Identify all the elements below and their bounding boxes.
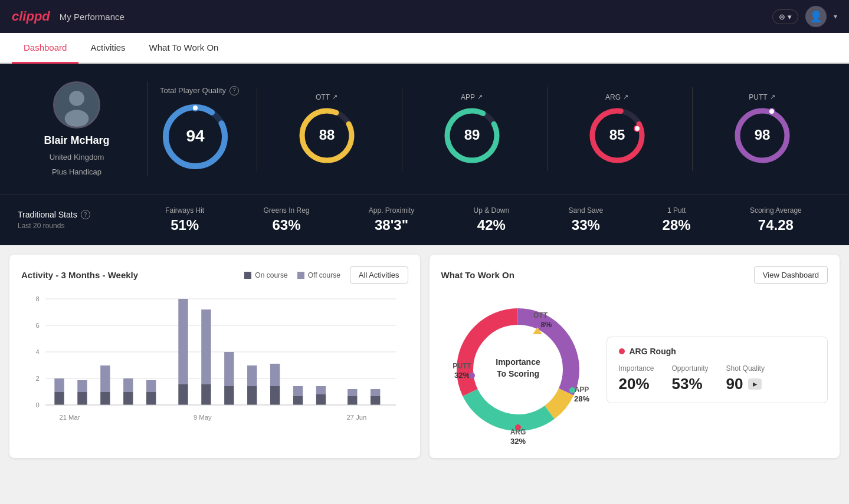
stat-greens-in-reg: Greens In Reg 63% [263, 206, 309, 233]
svg-rect-48 [247, 365, 257, 386]
svg-rect-53 [316, 394, 326, 405]
activity-chart-title: Activity - 3 Months - Weekly [21, 270, 138, 280]
gauge-card-app: APP ↗ 89 [402, 87, 541, 171]
gauge-card-ott: OTT ↗ 88 [257, 87, 396, 171]
svg-rect-36 [100, 365, 110, 392]
add-label: ▾ [788, 12, 792, 21]
avatar[interactable]: 👤 [805, 6, 827, 27]
gauge-card-putt: PUTT ↗ 98 [692, 87, 831, 171]
svg-rect-37 [123, 392, 133, 405]
svg-rect-51 [293, 396, 303, 405]
avatar-icon: 👤 [809, 10, 822, 23]
svg-rect-47 [247, 386, 257, 405]
trad-stats-items: Fairways Hit 51% Greens In Reg 63% App. … [136, 206, 831, 233]
putt-label: PUTT ↗ [749, 93, 775, 101]
donut-svg: Importance To Scoring OTT 8% APP 28% ARG… [441, 293, 595, 446]
player-country: United Kingdom [50, 153, 104, 162]
stat-scoring-average: Scoring Average 74.28 [750, 206, 802, 233]
all-activities-button[interactable]: All Activities [350, 266, 408, 284]
svg-text:32%: 32% [510, 437, 525, 446]
trad-stats-title: Traditional Stats ? [18, 210, 136, 219]
svg-text:21 Mar: 21 Mar [59, 414, 80, 421]
svg-rect-52 [293, 386, 303, 396]
tab-dashboard[interactable]: Dashboard [12, 33, 78, 64]
svg-rect-45 [224, 386, 234, 405]
player-name: Blair McHarg [44, 134, 109, 147]
svg-text:To Scoring: To Scoring [496, 369, 539, 378]
activity-controls: On course Off course All Activities [244, 266, 408, 284]
svg-rect-31 [54, 392, 64, 405]
gauge-card-arg: ARG ↗ 85 [547, 87, 686, 171]
svg-rect-46 [224, 352, 234, 386]
stats-banner: Blair McHarg United Kingdom Plus Handica… [0, 64, 849, 194]
svg-text:98: 98 [754, 127, 770, 143]
svg-text:8%: 8% [540, 320, 552, 329]
svg-rect-40 [146, 380, 156, 392]
activity-card-header: Activity - 3 Months - Weekly On course O… [21, 266, 408, 284]
svg-text:APP: APP [574, 386, 589, 394]
ott-arrow-icon: ↗ [332, 93, 337, 101]
tpq-label: Total Player Quality ? [160, 86, 239, 95]
svg-text:8: 8 [35, 295, 39, 302]
legend-off-course: Off course [297, 271, 340, 279]
svg-rect-55 [348, 396, 357, 405]
svg-text:88: 88 [319, 127, 335, 143]
plus-icon: ⊕ [779, 12, 785, 21]
tpq-help-icon[interactable]: ? [230, 86, 239, 95]
app-arrow-icon: ↗ [477, 93, 483, 101]
svg-rect-33 [77, 392, 87, 405]
gauge-cards: OTT ↗ 88 APP ↗ 89 [257, 87, 831, 171]
shot-quality-stat: Shot Quality 90 ▸ [726, 364, 765, 393]
shot-quality-badge: ▸ [748, 378, 762, 390]
importance-stat: Importance 20% [619, 364, 654, 393]
ott-label: OTT ↗ [316, 93, 337, 101]
wtwo-content: Importance To Scoring OTT 8% APP 28% ARG… [441, 293, 828, 446]
divider-vertical [147, 81, 148, 176]
svg-text:9 May: 9 May [194, 414, 212, 421]
svg-point-78 [515, 424, 521, 430]
player-info: Blair McHarg United Kingdom Plus Handica… [18, 81, 136, 176]
activity-chart-svg: 8 6 4 2 0 [21, 293, 408, 429]
svg-rect-44 [201, 309, 211, 384]
svg-rect-39 [146, 392, 156, 405]
svg-point-2 [65, 110, 89, 127]
svg-rect-58 [371, 389, 380, 396]
arg-rough-card: ARG Rough Importance 20% Opportunity 53%… [607, 337, 828, 403]
svg-text:94: 94 [186, 127, 205, 145]
trad-help-icon[interactable]: ? [81, 210, 90, 219]
chart-area: 8 6 4 2 0 [21, 293, 408, 423]
off-course-dot [297, 272, 304, 279]
arg-label: ARG ↗ [605, 93, 628, 101]
red-dot-icon [619, 348, 625, 354]
svg-rect-42 [178, 299, 188, 384]
bottom-section: Activity - 3 Months - Weekly On course O… [0, 245, 849, 467]
tab-activities[interactable]: Activities [78, 33, 137, 64]
svg-text:32%: 32% [454, 371, 469, 380]
stat-1-putt: 1 Putt 28% [663, 206, 691, 233]
chart-legend: On course Off course [244, 271, 340, 279]
stat-up-down: Up & Down 42% [474, 206, 510, 233]
header: clippd My Performance ⊕ ▾ 👤 ▾ [0, 0, 849, 33]
donut-chart: Importance To Scoring OTT 8% APP 28% ARG… [441, 293, 595, 446]
svg-text:4: 4 [35, 348, 39, 355]
svg-point-1 [69, 91, 84, 106]
putt-arrow-icon: ↗ [770, 93, 775, 101]
svg-rect-54 [316, 386, 326, 394]
arg-arrow-icon: ↗ [623, 93, 628, 101]
svg-text:27 Jun: 27 Jun [347, 414, 367, 421]
svg-point-81 [469, 373, 475, 378]
player-handicap: Plus Handicap [52, 167, 101, 176]
arg-rough-title: ARG Rough [619, 347, 816, 356]
what-to-work-on-card: What To Work On View Dashboard [430, 255, 840, 458]
tpq-gauge: 94 [160, 101, 231, 172]
trad-stats-label: Traditional Stats ? Last 20 rounds [18, 210, 136, 230]
svg-rect-49 [270, 386, 280, 405]
wtwo-title: What To Work On [441, 270, 514, 280]
header-left: clippd My Performance [12, 9, 124, 24]
add-button[interactable]: ⊕ ▾ [772, 9, 798, 24]
tab-what-to-work-on[interactable]: What To Work On [137, 33, 231, 64]
svg-text:6: 6 [35, 322, 39, 329]
view-dashboard-button[interactable]: View Dashboard [754, 266, 828, 284]
svg-point-5 [192, 105, 198, 111]
legend-on-course: On course [244, 271, 287, 279]
